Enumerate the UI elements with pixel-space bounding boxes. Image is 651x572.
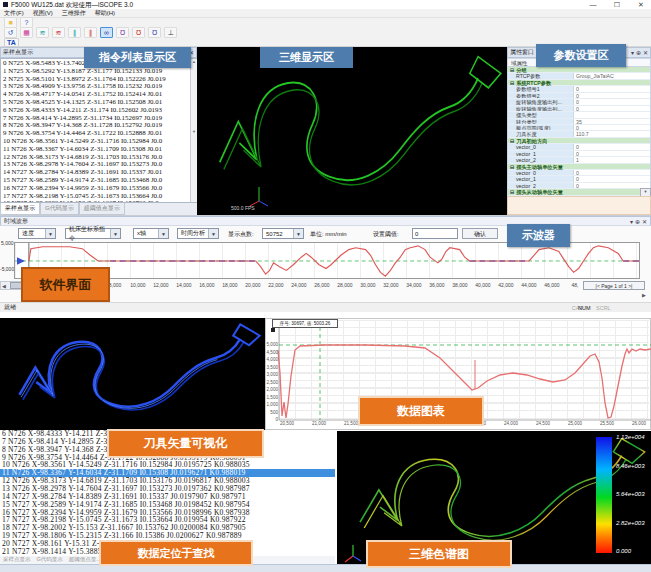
viewport-3d[interactable]: 500.0 FPS <box>197 47 507 215</box>
prop-value[interactable]: 0 <box>574 176 650 181</box>
refresh-icon[interactable]: ↺ <box>4 27 17 38</box>
ta-button[interactable]: TA <box>4 38 19 47</box>
display-icon[interactable]: ▦ <box>20 27 33 38</box>
chevron-down-icon[interactable]: ▼ <box>293 229 303 238</box>
data-row[interactable]: 13 N726 X-98.2978 Y-14.7604 Z-31.1697 I0… <box>0 485 335 493</box>
gcode-row[interactable]: 8 N726 X-98.3947 Y-14.368 Z-31.1728 I0.1… <box>1 121 196 129</box>
prop-section-label: 摆头主动轴单位矢量 <box>516 164 563 169</box>
chevron-down-icon[interactable]: ▼ <box>208 229 218 238</box>
gcode-row[interactable]: 9 N726 X-98.3754 Y-14.4464 Z-31.1722 I0.… <box>1 129 196 137</box>
u-purple-icon[interactable]: Ʊ <box>116 27 129 38</box>
pin-icon[interactable]: ⊕ <box>635 218 640 225</box>
prop-value[interactable]: 110.7 <box>574 131 650 136</box>
collapse-icon[interactable]: ⊟ <box>510 67 514 72</box>
threshold-input[interactable] <box>412 228 458 239</box>
gcode-row[interactable]: 2 N725 X-98.5101 Y-13.8972 Z-31.1764 I0.… <box>1 75 196 83</box>
prop-value[interactable]: 35 <box>574 119 650 124</box>
pager[interactable]: |< Page 1 of 1 >| <box>583 281 645 290</box>
prop-value[interactable]: 0 <box>574 183 650 188</box>
property-grid[interactable]: ⊟分组RTCP参数Group_JiaTaiAC⊟系统RTCP参数参数组号10参数… <box>507 67 651 196</box>
gcode-row[interactable]: 17 N727 X-98.2198 Y-15.0745 Z-31.1673 I0… <box>1 192 196 200</box>
points-count-select[interactable]: 50752▼ <box>262 228 304 239</box>
gcode-row[interactable]: 12 N726 X-98.3173 Y-14.6819 Z-31.1703 I0… <box>1 153 196 161</box>
gcode-row[interactable]: 10 N726 X-98.3561 Y-14.5249 Z-31.1716 I0… <box>1 137 196 145</box>
coord-select[interactable]: 机床坐标系指令▼ <box>65 228 121 239</box>
collapse-icon[interactable]: ⊟ <box>510 189 514 194</box>
gcode-row[interactable]: 14 N727 X-98.2784 Y-14.8389 Z-31.1691 I0… <box>1 168 196 176</box>
data-row[interactable]: 16 N727 X-98.2394 Y-14.9959 Z-31.1679 I0… <box>0 509 335 517</box>
left-tab[interactable]: G代码显示 <box>40 203 79 215</box>
prop-value[interactable] <box>574 112 650 117</box>
prop-value[interactable]: 0 <box>574 144 650 149</box>
data-row[interactable]: 18 N727 X-98.2002 Y-15.153 Z-31.1667 I0.… <box>0 524 335 532</box>
gcode-scrollbar[interactable]: ▲▼ <box>190 59 197 202</box>
data-row[interactable]: 15 N727 X-98.2589 Y-14.9174 Z-31.1685 I0… <box>0 501 335 509</box>
u-blue-icon[interactable]: Ʊ <box>148 27 161 38</box>
wave-teal-icon[interactable]: ≋ <box>36 27 49 38</box>
gcode-row[interactable]: 13 N726 X-98.2978 Y-14.7604 Z-31.1697 I0… <box>1 160 196 168</box>
gcode-row[interactable]: 5 N726 X-98.4525 Y-14.1325 Z-31.1746 I0.… <box>1 98 196 106</box>
osc-y-max: 5,000 <box>1 240 14 246</box>
prop-value[interactable]: 0 <box>574 106 650 111</box>
left-tab[interactable]: 采样点显示 <box>0 203 40 215</box>
perp-icon[interactable]: ⊥ <box>164 27 177 38</box>
wave-red-icon[interactable]: ≋ <box>52 27 65 38</box>
gcode-list[interactable]: 0 N725 X-98.5483 Y-13.7402 Z-31.1776 I0.… <box>0 58 197 203</box>
loop-icon[interactable]: ∞ <box>100 27 113 38</box>
data-row[interactable]: 11 N726 X-98.3367 Y-14.6034 Z-31.1709 I0… <box>0 469 335 477</box>
bottom-strip <box>0 564 651 572</box>
left-tab[interactable]: 超阈值点显示 <box>79 203 125 215</box>
scroll-right-icon[interactable]: ▶ <box>642 291 646 299</box>
u-red-icon[interactable]: Ʊ <box>132 27 145 38</box>
data-row[interactable]: 17 N727 X-98.2198 Y-15.0745 Z-31.1673 I0… <box>0 516 335 524</box>
prop-name: 极点范围(弧度) <box>508 125 574 130</box>
data-row[interactable]: 19 N727 X-98.1806 Y-15.2315 Z-31.166 I0.… <box>0 532 335 540</box>
tool-vector-view[interactable] <box>0 318 265 430</box>
app-icon <box>3 2 8 7</box>
chevron-down-icon[interactable]: ▼ <box>158 229 168 238</box>
prop-name: vector_2 <box>508 157 574 162</box>
collapse-icon[interactable]: ⊟ <box>510 80 514 85</box>
color-scale-bar <box>596 437 612 553</box>
data-row[interactable]: 12 N726 X-98.3173 Y-14.6819 Z-31.1703 I0… <box>0 477 335 485</box>
gcode-row[interactable]: 3 N726 X-98.4909 Y-13.9756 Z-31.1758 I0.… <box>1 82 196 90</box>
analysis-select[interactable]: 时间分析▼ <box>177 228 219 239</box>
close-icon[interactable]: ✕ <box>642 218 647 225</box>
collapse-icon[interactable]: ⊟ <box>510 164 514 169</box>
hatch-red-icon[interactable]: ∥ <box>84 27 97 38</box>
maximize-button[interactable]: ☐ <box>610 0 624 9</box>
minimize-button[interactable]: — <box>586 0 600 9</box>
prop-value[interactable]: 0 <box>574 125 650 130</box>
prop-value[interactable]: 0 <box>574 86 650 91</box>
confirm-button[interactable]: 确认 <box>462 228 498 239</box>
prop-value[interactable]: 0 <box>574 99 650 104</box>
pin-icon[interactable]: ⊕ <box>636 49 641 56</box>
scroll-left-icon[interactable]: ◀ <box>2 282 6 290</box>
prop-name: vector_2 <box>508 183 574 188</box>
axis-select[interactable]: x轴▼ <box>133 228 169 239</box>
chevron-down-icon[interactable]: ▾ <box>630 218 633 225</box>
data-row[interactable]: 10 N726 X-98.3561 Y-14.5249 Z-31.1716 I0… <box>0 461 335 469</box>
gcode-row[interactable]: 4 N726 X-98.4717 Y-14.0541 Z-31.1752 I0.… <box>1 90 196 98</box>
prop-value[interactable]: Group_JiaTaiAC <box>574 73 650 78</box>
close-button[interactable]: ✕ <box>634 0 648 9</box>
signal-select[interactable]: 速度▼ <box>18 228 56 239</box>
chevron-down-icon[interactable]: ▾ <box>631 49 634 56</box>
chevron-down-icon[interactable]: ▼ <box>45 229 55 238</box>
collapse-icon[interactable]: ⊟ <box>510 138 514 143</box>
close-icon[interactable]: ✕ <box>643 49 648 56</box>
gcode-row[interactable]: 6 N726 X-98.4333 Y-14.211 Z-31.174 I0.15… <box>1 106 196 114</box>
gcode-row[interactable]: 15 N727 X-98.2589 Y-14.9174 Z-31.1685 I0… <box>1 176 196 184</box>
waveform-title: 时域波形 <box>4 217 28 226</box>
prop-value[interactable]: 0 <box>574 170 650 175</box>
data-row[interactable]: 14 N727 X-98.2784 Y-14.8389 Z-31.1691 I0… <box>0 493 335 501</box>
prop-value[interactable]: 1 <box>574 157 650 162</box>
color-scale-label: 1.13e+004 <box>616 434 645 440</box>
hatch-teal-icon[interactable]: ∥ <box>68 27 81 38</box>
gcode-row[interactable]: 7 N726 X-98.414 Y-14.2895 Z-31.1734 I0.1… <box>1 114 196 122</box>
prop-value[interactable]: 0 <box>574 93 650 98</box>
gcode-row[interactable]: 16 N727 X-98.2394 Y-14.9959 Z-31.1679 I0… <box>1 184 196 192</box>
gcode-row[interactable]: 11 N726 X-98.3367 Y-14.6034 Z-31.1709 I0… <box>1 145 196 153</box>
prop-value[interactable]: 0 <box>574 151 650 156</box>
chevron-down-icon[interactable]: ▼ <box>110 229 120 238</box>
